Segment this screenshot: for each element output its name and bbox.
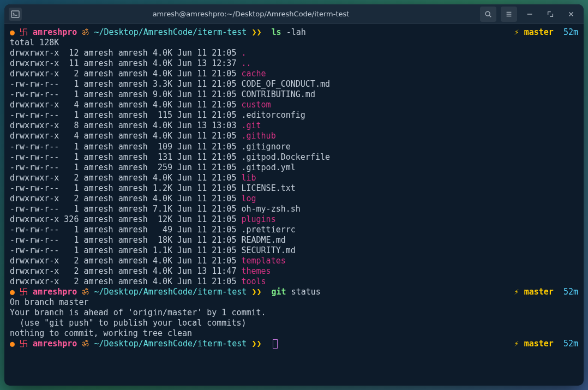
file-name: cache — [241, 69, 266, 79]
git-status-line: On branch master — [10, 297, 578, 308]
prompt-path: ~/Desktop/AmreshCode/iterm-test — [94, 287, 247, 297]
file-name: LICENSE.txt — [241, 183, 295, 193]
prompt-path: ~/Desktop/AmreshCode/iterm-test — [94, 27, 247, 37]
git-branch: master — [524, 27, 554, 37]
prompt-path: ~/Desktop/AmreshCode/iterm-test — [94, 339, 247, 349]
svg-line-2 — [489, 15, 491, 17]
svg-point-1 — [485, 11, 490, 16]
file-name: .gitpod.yml — [241, 163, 295, 172]
file-name: lib — [241, 173, 256, 183]
ls-row: drwxrwxr-x 4 amresh amresh 4.0K Jun 11 2… — [10, 100, 578, 110]
git-branch: master — [524, 339, 554, 349]
ls-row: -rw-rw-r-- 1 amresh amresh 7.1K Jun 11 2… — [10, 204, 578, 214]
ls-row: drwxrwxr-x 2 amresh amresh 4.0K Jun 11 2… — [10, 256, 578, 266]
file-name: README.md — [241, 235, 285, 245]
minimize-button[interactable] — [521, 7, 538, 22]
maximize-button[interactable] — [542, 7, 559, 22]
prompt-user: amreshpro — [33, 339, 77, 349]
ls-row: -rw-rw-r-- 1 amresh amresh 9.0K Jun 11 2… — [10, 89, 578, 100]
ls-row: drwxrwxr-x 2 amresh amresh 4.0K Jun 11 2… — [10, 69, 578, 79]
ls-row: drwxrwxr-x 12 amresh amresh 4.0K Jun 11 … — [10, 48, 578, 58]
file-name: . — [241, 48, 246, 58]
ls-row: -rw-rw-r-- 1 amresh amresh 115 Jun 11 21… — [10, 110, 578, 121]
git-status-line: Your branch is ahead of 'origin/master' … — [10, 308, 578, 318]
svg-rect-0 — [11, 11, 19, 17]
cursor — [273, 339, 278, 349]
file-name: custom — [241, 100, 271, 110]
ls-row: -rw-rw-r-- 1 amresh amresh 109 Jun 11 21… — [10, 142, 578, 152]
close-button[interactable] — [563, 7, 579, 22]
file-name: templates — [241, 256, 285, 266]
cmd-exe: git — [272, 287, 286, 297]
ls-row: drwxrwxr-x 2 amresh amresh 4.0K Jun 11 2… — [10, 173, 578, 183]
cmd-args: status — [291, 287, 321, 297]
ls-row: -rw-rw-r-- 1 amresh amresh 1.1K Jun 11 2… — [10, 245, 578, 256]
cmd-args: -lah — [286, 27, 306, 37]
ls-row: -rw-rw-r-- 1 amresh amresh 18K Jun 11 21… — [10, 235, 578, 245]
file-name: .. — [241, 58, 251, 68]
prompt-line: ● 卐 amreshpro ॐ ~/Desktop/AmreshCode/ite… — [10, 339, 578, 349]
file-name: .editorconfig — [241, 110, 305, 120]
titlebar: amresh@amreshpro:~/Desktop/AmreshCode/it… — [4, 4, 584, 24]
ls-row: drwxrwxr-x 4 amresh amresh 4.0K Jun 11 2… — [10, 131, 578, 141]
ls-row: -rw-rw-r-- 1 amresh amresh 131 Jun 11 21… — [10, 152, 578, 163]
prompt-line: ● 卐 amreshpro ॐ ~/Desktop/AmreshCode/ite… — [10, 287, 578, 297]
file-name: plugins — [241, 214, 275, 224]
ls-row: drwxrwxr-x 2 amresh amresh 4.0K Jun 11 2… — [10, 194, 578, 204]
file-name: .gitpod.Dockerfile — [241, 152, 330, 162]
prompt-time: 52m — [563, 339, 578, 349]
prompt-time: 52m — [563, 287, 578, 297]
cmd-exe: ls — [272, 27, 281, 37]
terminal-app-icon[interactable] — [9, 8, 22, 21]
file-name: oh-my-zsh.sh — [241, 204, 300, 214]
ls-row: -rw-rw-r-- 1 amresh amresh 49 Jun 11 21:… — [10, 225, 578, 235]
ls-row: -rw-rw-r-- 1 amresh amresh 259 Jun 11 21… — [10, 163, 578, 173]
ls-row: drwxrwxr-x 11 amresh amresh 4.0K Jun 13 … — [10, 58, 578, 69]
file-name: .git — [241, 121, 261, 130]
ls-row: -rw-rw-r-- 1 amresh amresh 1.2K Jun 11 2… — [10, 183, 578, 194]
file-name: log — [241, 194, 256, 203]
file-name: SECURITY.md — [241, 245, 295, 255]
file-name: .gitignore — [241, 142, 290, 152]
ls-total: total 128K — [10, 38, 578, 48]
terminal-window: amresh@amreshpro:~/Desktop/AmreshCode/it… — [4, 4, 584, 386]
file-name: themes — [241, 266, 271, 276]
prompt-user: amreshpro — [33, 287, 77, 297]
hamburger-menu-button[interactable] — [501, 7, 517, 22]
ls-row: drwxrwxr-x 8 amresh amresh 4.0K Jun 13 1… — [10, 121, 578, 131]
file-name: CODE_OF_CONDUCT.md — [241, 79, 330, 89]
prompt-user: amreshpro — [33, 27, 77, 37]
ls-row: drwxrwxr-x 2 amresh amresh 4.0K Jun 11 2… — [10, 277, 578, 287]
prompt-line: ● 卐 amreshpro ॐ ~/Desktop/AmreshCode/ite… — [10, 27, 578, 38]
ls-row: drwxrwxr-x 2 amresh amresh 4.0K Jun 13 1… — [10, 266, 578, 277]
prompt-time: 52m — [563, 27, 578, 37]
file-name: .github — [241, 131, 275, 141]
file-name: CONTRIBUTING.md — [241, 89, 315, 99]
git-status-line: (use "git push" to publish your local co… — [10, 318, 578, 328]
terminal-body[interactable]: ● 卐 amreshpro ॐ ~/Desktop/AmreshCode/ite… — [4, 24, 584, 386]
search-button[interactable] — [480, 7, 496, 22]
file-name: .prettierrc — [241, 225, 295, 235]
window-title: amresh@amreshpro:~/Desktop/AmreshCode/it… — [26, 10, 476, 18]
git-branch: master — [524, 287, 554, 297]
file-name: tools — [241, 277, 266, 286]
ls-row: -rw-rw-r-- 1 amresh amresh 3.3K Jun 11 2… — [10, 79, 578, 89]
git-status-line: nothing to commit, working tree clean — [10, 328, 578, 339]
ls-row: drwxrwxr-x 326 amresh amresh 12K Jun 11 … — [10, 214, 578, 225]
